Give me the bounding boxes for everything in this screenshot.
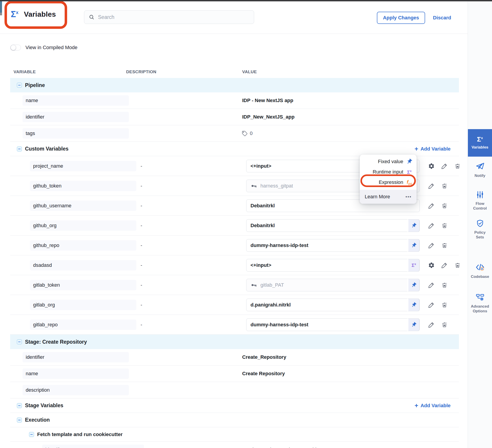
table-row: identifier Fetch_template_and_run_cookie…	[10, 442, 459, 448]
section-stage-variables: Stage Variables + Add Variable	[10, 398, 459, 413]
add-variable-button[interactable]: + Add Variable	[414, 403, 451, 409]
section-title: Custom Variables	[25, 146, 69, 152]
table-row: identifier Create_Repository	[10, 349, 459, 365]
value-input[interactable]: d.panigrahi.nitrkl	[246, 299, 420, 311]
secret-value-input[interactable]: gitlab_PAT	[246, 279, 420, 291]
delete-trash-icon[interactable]	[441, 183, 448, 189]
value-input[interactable]: dummy-harness-idp-test	[246, 239, 420, 252]
value-type-selector[interactable]	[407, 239, 420, 252]
edit-pencil-icon[interactable]	[428, 282, 435, 288]
settings-gear-icon[interactable]	[428, 163, 435, 169]
variable-label: gitlab_token	[30, 280, 136, 290]
variable-label: dsadasd	[30, 260, 136, 271]
value-input[interactable]: <+input> Σx	[246, 259, 420, 271]
window-left-edge	[0, 1, 2, 13]
menu-item-fixed-value[interactable]: Fixed value	[360, 156, 417, 167]
value-type-selector[interactable]	[407, 299, 420, 311]
section-stage: Stage: Create Repository	[10, 335, 459, 349]
menu-item-runtime-input[interactable]: Runtime input Σx	[360, 167, 417, 177]
menu-item-expression[interactable]: Expression f(x)	[360, 177, 417, 188]
flow-gear-icon	[475, 292, 485, 302]
value-type-selector[interactable]	[407, 219, 420, 232]
collapse-icon[interactable]	[17, 83, 22, 88]
collapse-icon[interactable]	[17, 146, 22, 151]
variable-value: Create_Repository	[242, 354, 286, 360]
collapse-icon[interactable]	[29, 432, 34, 437]
table-row: dsadasd - <+input> Σx	[10, 255, 459, 275]
sliders-icon	[476, 190, 485, 199]
edit-pencil-icon[interactable]	[428, 202, 435, 209]
section-execution: Execution	[10, 413, 459, 427]
delete-trash-icon[interactable]	[441, 302, 448, 308]
value-input[interactable]: Debanitrkl	[246, 219, 420, 232]
variable-label: gitlab_org	[30, 300, 136, 310]
variables-table: VARIABLE DESCRIPTION VALUE Pipeline name…	[10, 68, 459, 448]
search-input[interactable]	[98, 14, 249, 20]
value-input[interactable]: dummy-harness-idp-test	[246, 318, 420, 331]
sidebar-item-policy-sets[interactable]: Policy Sets	[468, 219, 492, 240]
apply-changes-button[interactable]: Apply Changes	[377, 12, 425, 24]
value-type-selector[interactable]	[407, 279, 420, 291]
variable-value: IDP_New_NextJS_app	[242, 114, 294, 120]
search-icon	[89, 14, 95, 20]
add-variable-button[interactable]: + Add Variable	[414, 146, 451, 152]
plus-icon: +	[414, 403, 418, 409]
sigma-x-icon: Σx	[11, 10, 19, 19]
delete-trash-icon[interactable]	[441, 222, 448, 229]
collapse-icon[interactable]	[17, 403, 22, 408]
sidebar-item-flow-control[interactable]: Flow Control	[468, 190, 492, 211]
edit-pencil-icon[interactable]	[428, 242, 435, 249]
ellipsis-icon[interactable]: •••	[406, 194, 411, 199]
sigma-x-icon: Σx	[477, 136, 483, 143]
variable-label: identifier	[22, 112, 129, 122]
collapse-icon[interactable]	[17, 339, 22, 344]
edit-pencil-icon[interactable]	[428, 321, 435, 328]
value-type-selector[interactable]: Σx	[407, 259, 420, 271]
paper-plane-icon	[475, 162, 485, 171]
column-variable: VARIABLE	[13, 69, 36, 74]
delete-trash-icon[interactable]	[441, 242, 448, 249]
edit-pencil-icon[interactable]	[428, 222, 435, 229]
delete-trash-icon[interactable]	[441, 321, 448, 328]
section-title: Stage Variables	[25, 403, 63, 408]
variable-value: Fetch_template_and_run_cookiecutter	[242, 447, 333, 448]
collapse-icon[interactable]	[17, 417, 22, 423]
right-nav-sidebar: Σx Variables Notify Flow Control Policy …	[468, 1, 492, 448]
plus-icon: +	[414, 146, 418, 152]
compiled-mode-toggle[interactable]	[10, 45, 21, 51]
variable-label: name	[22, 95, 129, 106]
learn-more-item[interactable]: Learn More •••	[360, 190, 417, 204]
window-left-edge-2	[0, 13, 2, 15]
column-value: VALUE	[242, 69, 257, 74]
pin-icon	[411, 302, 417, 308]
pin-icon	[411, 322, 417, 328]
sigma-x-icon: Σx	[411, 262, 416, 268]
search-box[interactable]	[84, 10, 254, 24]
compiled-mode-label: View in Compiled Mode	[25, 45, 78, 51]
settings-gear-icon[interactable]	[428, 262, 435, 269]
sigma-x-icon: Σx	[407, 169, 411, 175]
tags-count[interactable]: 0	[242, 130, 253, 136]
step-title: Fetch template and run cookiecutter	[37, 432, 123, 438]
sidebar-item-advanced-options[interactable]: Advanced Options	[468, 292, 492, 314]
edit-pencil-icon[interactable]	[428, 183, 435, 189]
value-type-selector[interactable]	[407, 318, 420, 331]
window-top-edge	[0, 0, 492, 1]
variable-label: github_token	[30, 181, 136, 191]
discard-button[interactable]: Discard	[433, 12, 451, 24]
delete-trash-icon[interactable]	[441, 282, 448, 288]
fx-icon: f(x)	[407, 179, 412, 186]
edit-pencil-icon[interactable]	[441, 163, 448, 169]
variable-label: gitlab_repo	[30, 320, 136, 330]
column-description: DESCRIPTION	[126, 69, 156, 74]
sidebar-item-codebase[interactable]: Codebase	[468, 262, 492, 279]
delete-trash-icon[interactable]	[454, 262, 461, 269]
delete-trash-icon[interactable]	[441, 202, 448, 209]
sidebar-item-notify[interactable]: Notify	[468, 162, 492, 178]
key-icon	[250, 282, 257, 288]
edit-pencil-icon[interactable]	[441, 262, 448, 269]
edit-pencil-icon[interactable]	[428, 302, 435, 308]
panel-header: Σx Variables Apply Changes Discard	[0, 1, 468, 34]
sidebar-item-variables[interactable]: Σx Variables	[468, 129, 492, 157]
delete-trash-icon[interactable]	[454, 163, 461, 169]
